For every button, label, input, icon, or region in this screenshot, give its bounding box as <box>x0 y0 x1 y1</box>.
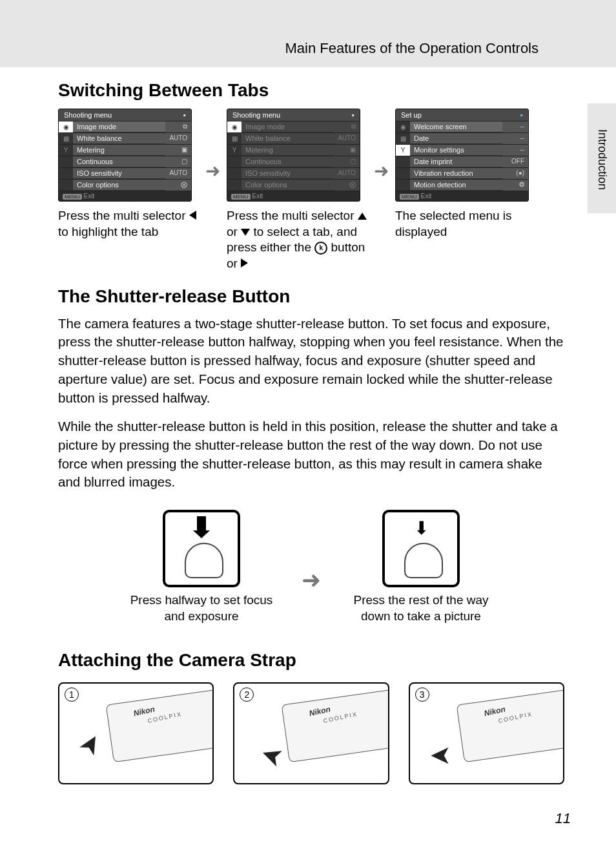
strap-step-3: 3 Nikon COOLPIX ➤ <box>409 682 564 784</box>
caption-1: Press the multi selector to highlight th… <box>58 208 207 240</box>
tab-screenshots-row: Shooting menu▪ ◉Image mode⧉ ▦White balan… <box>58 109 564 272</box>
step-number-2: 2 <box>240 687 254 702</box>
menu-screenshot-1: Shooting menu▪ ◉Image mode⧉ ▦White balan… <box>58 109 192 202</box>
section-side-tab: Introduction <box>588 103 616 213</box>
full-press-arrow-icon: ⬇ <box>414 518 429 539</box>
strap-arrow-icon: ➤ <box>72 727 108 760</box>
heading-shutter-release: The Shutter-release Button <box>58 286 564 307</box>
scene-tab-icon: ▦ <box>396 133 410 144</box>
half-press-arrow-icon <box>197 516 206 530</box>
finger-icon <box>404 543 443 578</box>
page-header-title: Main Features of the Operation Controls <box>285 40 539 57</box>
down-triangle-icon <box>241 229 250 236</box>
camera-tab-icon: ◉ <box>59 121 73 132</box>
menu3-title: Set up <box>401 111 422 119</box>
camera-tab-icon: ◉ <box>227 121 241 132</box>
arrow-icon-2: ➜ <box>374 160 389 182</box>
finger-icon <box>185 543 223 578</box>
shutter-full-press-diagram: ⬇ <box>382 510 460 587</box>
step-number-3: 3 <box>415 687 429 702</box>
scene-tab-icon: ▦ <box>227 133 241 144</box>
shutter-diagram-row: Press halfway to set focus and exposure … <box>58 510 564 624</box>
step-number-1: 1 <box>65 687 79 702</box>
ok-button-icon: k <box>314 242 327 255</box>
strap-step-1: 1 Nikon COOLPIX ➤ <box>58 682 214 784</box>
shutter-paragraph-1: The camera features a two-stage shutter-… <box>58 315 564 407</box>
heading-switching-tabs: Switching Between Tabs <box>58 80 564 101</box>
setup-tab-icon: Y <box>59 145 73 156</box>
brand-label: Nikon <box>308 705 331 718</box>
caption-2: Press the multi selector or to select a … <box>227 208 375 272</box>
up-triangle-icon <box>358 213 367 220</box>
strap-step-2: 2 Nikon COOLPIX ➤ <box>233 682 389 784</box>
strap-arrow-icon: ➤ <box>256 739 287 775</box>
strap-arrow-icon: ➤ <box>429 742 451 771</box>
shutter-paragraph-2: While the shutter-release button is held… <box>58 417 564 492</box>
page-header-bar: Main Features of the Operation Controls <box>0 0 616 67</box>
shutter-half-press-diagram <box>163 510 240 587</box>
strap-diagram-row: 1 Nikon COOLPIX ➤ 2 Nikon COOLPIX ➤ 3 Ni… <box>58 682 564 784</box>
heading-attaching-strap: Attaching the Camera Strap <box>58 650 564 671</box>
right-triangle-icon <box>241 258 248 267</box>
menu2-title: Shooting menu <box>232 111 280 119</box>
menu-screenshot-3: Set up▪ ◉Welcome screen-- ▦Date-- YMonit… <box>395 109 529 202</box>
shutter-caption-2: Press the rest of the way down to take a… <box>347 592 495 624</box>
scene-tab-icon: ▦ <box>59 133 73 144</box>
shutter-caption-1: Press halfway to set focus and exposure <box>127 592 276 624</box>
left-triangle-icon <box>189 211 196 220</box>
menu-screenshot-2: Shooting menu▪ ◉Image mode⧉ ▦White balan… <box>227 109 360 202</box>
side-tab-label: Introduction <box>595 129 609 190</box>
camera-tab-icon: ◉ <box>396 121 410 132</box>
menu1-title: Shooting menu <box>64 111 112 119</box>
caption-3: The selected menu is displayed <box>395 208 544 240</box>
arrow-icon-1: ➜ <box>205 160 220 182</box>
arrow-icon-3: ➜ <box>302 567 321 594</box>
setup-tab-icon: Y <box>396 145 410 156</box>
setup-tab-icon: Y <box>227 145 241 156</box>
page-number: 11 <box>555 810 571 827</box>
